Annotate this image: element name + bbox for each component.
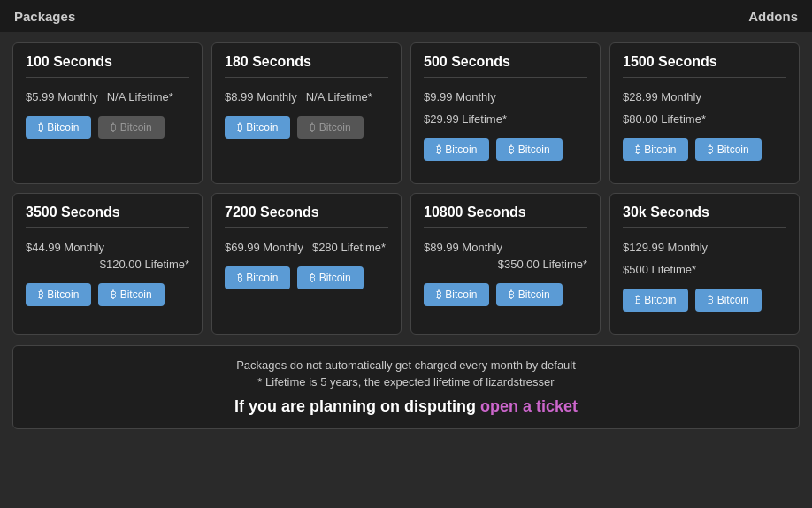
buttons-row: ₿ Bitcoin₿ Bitcoin bbox=[26, 283, 189, 306]
price-monthly: $129.99 Monthly bbox=[623, 241, 708, 254]
bitcoin-button-lifetime[interactable]: ₿ Bitcoin bbox=[695, 138, 761, 161]
price-row: $44.99 Monthly bbox=[26, 241, 189, 254]
buttons-row: ₿ Bitcoin₿ Bitcoin bbox=[424, 283, 587, 306]
package-title: 3500 Seconds bbox=[26, 204, 189, 228]
bitcoin-button-lifetime[interactable]: ₿ Bitcoin bbox=[496, 138, 562, 161]
package-card-pkg-3500: 3500 Seconds$44.99 Monthly$120.00 Lifeti… bbox=[12, 193, 203, 335]
package-card-pkg-500: 500 Seconds$9.99 Monthly$29.99 Lifetime*… bbox=[410, 42, 601, 184]
price-block: $44.99 Monthly$120.00 Lifetime* bbox=[26, 241, 189, 271]
buttons-row: ₿ Bitcoin₿ Bitcoin bbox=[623, 289, 786, 312]
bitcoin-button-monthly[interactable]: ₿ Bitcoin bbox=[623, 289, 688, 312]
buttons-row: ₿ Bitcoin₿ Bitcoin bbox=[225, 266, 388, 289]
package-card-pkg-10800: 10800 Seconds$89.99 Monthly$350.00 Lifet… bbox=[410, 193, 601, 335]
price-lifetime-line2: $350.00 Lifetime* bbox=[424, 258, 587, 271]
main-content: 100 Seconds$5.99 MonthlyN/A Lifetime*₿ B… bbox=[0, 32, 812, 440]
header: Packages Addons bbox=[0, 0, 812, 32]
bitcoin-button-monthly[interactable]: ₿ Bitcoin bbox=[225, 266, 290, 289]
price-monthly: $8.99 Monthly bbox=[225, 90, 297, 104]
price-block: $9.99 Monthly$29.99 Lifetime* bbox=[424, 90, 587, 126]
price-block: $69.99 Monthly$280 Lifetime* bbox=[225, 241, 388, 254]
bitcoin-button-lifetime[interactable]: ₿ Bitcoin bbox=[297, 266, 363, 289]
price-monthly: $28.99 Monthly bbox=[623, 90, 701, 104]
package-card-pkg-30k: 30k Seconds$129.99 Monthly$500 Lifetime*… bbox=[609, 193, 800, 335]
bitcoin-button-lifetime[interactable]: ₿ Bitcoin bbox=[98, 283, 164, 306]
price-row: $5.99 MonthlyN/A Lifetime* bbox=[26, 90, 189, 104]
package-title: 500 Seconds bbox=[424, 54, 587, 78]
buttons-row: ₿ Bitcoin₿ Bitcoin bbox=[225, 116, 388, 139]
price-monthly: $44.99 Monthly bbox=[26, 241, 104, 254]
price-row: $28.99 Monthly$80.00 Lifetime* bbox=[623, 90, 786, 126]
dispute-text: If you are planning on disputing bbox=[234, 397, 480, 415]
price-row: $9.99 Monthly$29.99 Lifetime* bbox=[424, 90, 587, 126]
price-monthly: $5.99 Monthly bbox=[26, 90, 98, 104]
footer-dispute: If you are planning on disputing open a … bbox=[26, 397, 786, 416]
package-title: 7200 Seconds bbox=[225, 204, 388, 228]
price-block: $8.99 MonthlyN/A Lifetime* bbox=[225, 90, 388, 104]
open-ticket-link[interactable]: open a ticket bbox=[480, 397, 578, 415]
price-lifetime-line2: $120.00 Lifetime* bbox=[26, 258, 189, 271]
buttons-row: ₿ Bitcoin₿ Bitcoin bbox=[26, 116, 189, 139]
bitcoin-button-monthly[interactable]: ₿ Bitcoin bbox=[623, 138, 688, 161]
buttons-row: ₿ Bitcoin₿ Bitcoin bbox=[623, 138, 786, 161]
footer-box: Packages do not automatically get charge… bbox=[12, 345, 800, 429]
package-card-pkg-100: 100 Seconds$5.99 MonthlyN/A Lifetime*₿ B… bbox=[12, 42, 203, 184]
bitcoin-button-monthly[interactable]: ₿ Bitcoin bbox=[26, 283, 91, 306]
packages-label: Packages bbox=[14, 9, 75, 24]
bitcoin-button-lifetime[interactable]: ₿ Bitcoin bbox=[297, 116, 363, 139]
price-monthly: $9.99 Monthly bbox=[424, 90, 496, 104]
price-monthly: $69.99 Monthly bbox=[225, 241, 303, 254]
package-title: 100 Seconds bbox=[26, 54, 189, 78]
price-monthly: $89.99 Monthly bbox=[424, 241, 502, 254]
price-row: $129.99 Monthly$500 Lifetime* bbox=[623, 241, 786, 276]
addons-label: Addons bbox=[748, 9, 798, 24]
package-title: 180 Seconds bbox=[225, 54, 388, 78]
package-card-pkg-180: 180 Seconds$8.99 MonthlyN/A Lifetime*₿ B… bbox=[211, 42, 402, 184]
price-lifetime: N/A Lifetime* bbox=[107, 90, 173, 104]
price-block: $5.99 MonthlyN/A Lifetime* bbox=[26, 90, 189, 104]
package-card-pkg-7200: 7200 Seconds$69.99 Monthly$280 Lifetime*… bbox=[211, 193, 402, 335]
price-lifetime: $500 Lifetime* bbox=[623, 263, 696, 276]
packages-grid: 100 Seconds$5.99 MonthlyN/A Lifetime*₿ B… bbox=[12, 42, 800, 335]
price-lifetime: $80.00 Lifetime* bbox=[623, 112, 706, 126]
price-block: $28.99 Monthly$80.00 Lifetime* bbox=[623, 90, 786, 126]
footer-note1: Packages do not automatically get charge… bbox=[26, 358, 786, 372]
price-lifetime: N/A Lifetime* bbox=[306, 90, 372, 104]
price-block: $89.99 Monthly$350.00 Lifetime* bbox=[424, 241, 587, 271]
bitcoin-button-lifetime[interactable]: ₿ Bitcoin bbox=[695, 289, 761, 312]
price-lifetime: $29.99 Lifetime* bbox=[424, 112, 507, 126]
bitcoin-button-monthly[interactable]: ₿ Bitcoin bbox=[424, 138, 489, 161]
price-row: $69.99 Monthly$280 Lifetime* bbox=[225, 241, 388, 254]
bitcoin-button-lifetime[interactable]: ₿ Bitcoin bbox=[496, 283, 562, 306]
price-row: $89.99 Monthly bbox=[424, 241, 587, 254]
bitcoin-button-monthly[interactable]: ₿ Bitcoin bbox=[225, 116, 290, 139]
price-lifetime: $280 Lifetime* bbox=[312, 241, 386, 254]
buttons-row: ₿ Bitcoin₿ Bitcoin bbox=[424, 138, 587, 161]
bitcoin-button-lifetime[interactable]: ₿ Bitcoin bbox=[98, 116, 164, 139]
bitcoin-button-monthly[interactable]: ₿ Bitcoin bbox=[424, 283, 489, 306]
package-title: 1500 Seconds bbox=[623, 54, 786, 78]
package-title: 30k Seconds bbox=[623, 204, 786, 228]
footer-note2: * Lifetime is 5 years, the expected life… bbox=[26, 375, 786, 389]
package-title: 10800 Seconds bbox=[424, 204, 587, 228]
package-card-pkg-1500: 1500 Seconds$28.99 Monthly$80.00 Lifetim… bbox=[609, 42, 800, 184]
price-block: $129.99 Monthly$500 Lifetime* bbox=[623, 241, 786, 276]
price-row: $8.99 MonthlyN/A Lifetime* bbox=[225, 90, 388, 104]
bitcoin-button-monthly[interactable]: ₿ Bitcoin bbox=[26, 116, 91, 139]
